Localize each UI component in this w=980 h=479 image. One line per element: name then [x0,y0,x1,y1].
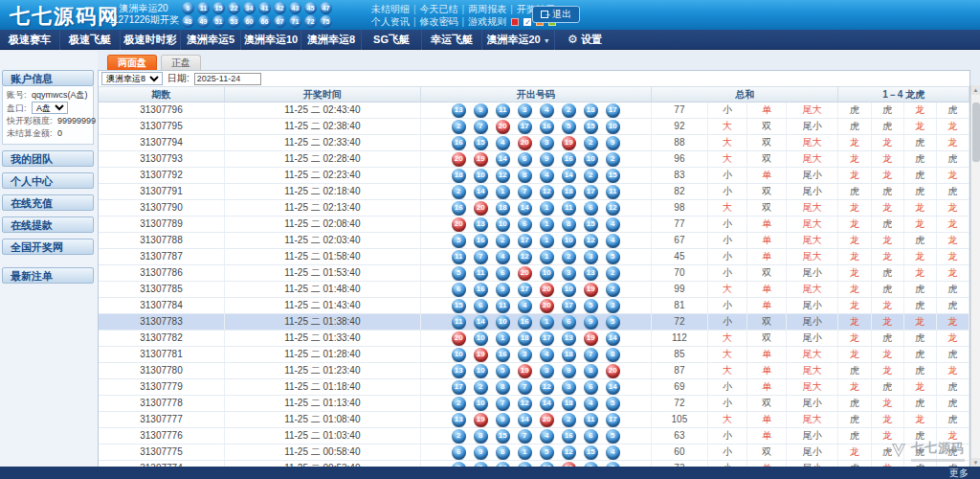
result-ball: 7 [584,348,598,362]
header-ball: 34 [243,2,256,14]
sidebar-item[interactable]: 个人中心 [2,172,94,189]
table-row[interactable]: 3130778011-25 二 01:23:4013105193982087大单… [99,363,969,379]
top-link[interactable]: 修改密码 [420,15,458,28]
nav-item[interactable]: 幸运飞艇 [422,30,482,50]
sidebar-item[interactable]: 我的团队 [2,150,94,167]
sidebar-item[interactable]: 全国开奖网 [2,239,94,255]
result-ball: 3 [540,136,554,150]
table-row[interactable]: 3130778111-25 二 01:28:4010191634187885大单… [99,347,969,363]
result-ball: 2 [584,169,598,183]
panel-select[interactable]: A盘 [32,102,68,114]
sidebar-account-header[interactable]: 账户信息 [2,70,94,86]
result-ball: 11 [452,315,466,330]
result-ball: 4 [518,299,532,313]
table-row[interactable]: 3130779311-25 二 02:28:40201914691610296大… [99,151,969,168]
table-row[interactable]: 3130779511-25 二 02:38:40272017165151092大… [99,119,969,135]
period-cell: 31307791 [99,184,225,199]
big-small-cell: 小 [708,396,747,411]
table-row[interactable]: 3130777811-25 二 01:13:4021071214184572小双… [99,396,969,412]
table-row[interactable]: 3130778211-25 二 01:33:402010118171319141… [99,331,969,347]
tab-normal-board[interactable]: 正盘 [161,55,201,70]
table-row[interactable]: 3130779211-25 二 02:23:40181012841421583小… [99,168,969,184]
legend-checkbox-icon[interactable]: ✓ [523,18,531,26]
nav-item[interactable]: 极速飞艇 [60,30,121,50]
legend-color-square [511,18,519,26]
top-link[interactable]: 未结明细 [371,3,410,15]
dragon-tiger-cell: 虎 [904,282,937,297]
top-link[interactable]: 两周报表 [468,3,506,15]
result-ball: 7 [518,185,532,199]
tail-cell: 尾小 [787,298,839,313]
result-ball: 3 [540,364,554,378]
table-row[interactable]: 3130779111-25 二 02:18:40214171218171182小… [99,184,969,200]
draw-time-cell: 11-25 二 01:48:40 [225,282,421,297]
result-ball: 11 [562,201,576,216]
result-ball: 2 [562,250,576,264]
result-ball: 12 [606,201,620,216]
header-ball: 6 [182,2,194,14]
table-row[interactable]: 3130778611-25 二 01:53:4051162010313270小双… [99,265,969,282]
sidebar-item[interactable]: 在线充值 [2,194,94,211]
sum-cell: 60 [652,445,708,460]
table-row[interactable]: 3130778411-25 二 01:43:4015611420175381小单… [99,298,969,314]
top-link[interactable]: 游戏规则 [468,15,506,28]
nav-settings[interactable]: ⚙ 设置 [555,30,614,50]
nav-item[interactable]: 澳洲幸运10 [241,30,301,50]
nav-item[interactable]: SG飞艇 [362,30,422,50]
result-ball: 20 [518,266,532,281]
scroll-up-arrow-icon[interactable]: ▲ [971,85,980,95]
nav-item[interactable]: 澳洲幸运8 [301,30,362,50]
scrollbar-thumb[interactable] [972,103,980,162]
top-link[interactable]: 今天已结 [420,3,458,15]
table-row[interactable]: 3130778711-25 二 01:58:40117412123545小单尾大… [99,249,969,265]
nav-item[interactable]: 澳洲幸运5 [181,30,241,50]
period-label: 11271226期开奖 [108,14,179,26]
table-row[interactable]: 3130778311-25 二 01:38:4011141016169572小双… [99,314,969,331]
table-row[interactable]: 3130778511-25 二 01:48:40616917201019299大… [99,282,969,298]
table-header: 期数 开奖时间 开出号码 总和 1－4 龙虎 [99,87,969,103]
odd-even-cell: 单 [747,168,787,183]
lottery-select[interactable]: 澳洲幸运8 [101,72,163,85]
date-input[interactable] [194,73,261,85]
table-row[interactable]: 3130779411-25 二 02:33:4016154203192988大双… [99,135,969,151]
result-ball: 12 [540,380,554,395]
dragon-tiger-cell: 虎 [872,119,904,134]
more-link[interactable]: 更多 [949,467,969,479]
dragon-tiger-cell: 龙 [937,200,969,216]
table-row[interactable]: 3130778911-25 二 02:08:4020131061815477小单… [99,217,969,233]
tail-cell: 尾大 [787,363,839,378]
top-link[interactable]: 个人资讯 [371,15,410,28]
dragon-tiger-cell: 龙 [904,103,937,118]
dragon-tiger-cell: 虎 [937,396,969,411]
table-row[interactable]: 3130779611-25 二 02:43:4013911342181777小单… [99,103,969,119]
nav-item[interactable]: 极速时时彩 [121,30,181,50]
table-row[interactable]: 3130778811-25 二 02:03:4051621711012467小单… [99,233,969,249]
tab-two-side-board[interactable]: 两面盘 [107,55,157,70]
result-ball: 4 [584,397,598,411]
result-ball: 15 [496,429,510,444]
sidebar-item[interactable]: 在线提款 [2,217,94,233]
table-row[interactable]: 3130777911-25 二 01:18:401728712361469小单尾… [99,379,969,396]
logout-button[interactable]: 退出 [532,6,580,23]
draw-time-cell: 11-25 二 01:53:40 [225,265,421,281]
result-ball: 1 [496,331,510,346]
draw-numbers-cell: 139113421817 [421,103,652,118]
result-ball: 16 [452,136,466,150]
table-row[interactable]: 3130777611-25 二 01:03:40281574166563小单尾小… [99,428,969,445]
period-cell: 31307792 [99,168,225,183]
nav-item[interactable]: 极速赛车 [0,30,60,50]
draw-time-cell: 11-25 二 02:23:40 [225,168,421,183]
table-row[interactable]: 3130779011-25 二 02:13:401620181411161298… [99,200,969,217]
table-row[interactable]: 3130777511-25 二 00:58:40698151215460小双尾小… [99,445,969,461]
main-nav: 极速赛车极速飞艇极速时时彩澳洲幸运5澳洲幸运10澳洲幸运8SG飞艇幸运飞艇 澳洲… [0,30,980,50]
result-ball: 14 [540,397,554,411]
big-small-cell: 大 [708,331,747,346]
odd-even-cell: 单 [747,428,787,444]
big-small-cell: 大 [708,282,747,297]
nav-item-active-game[interactable]: 澳洲幸运20▼ [482,30,555,50]
table-row[interactable]: 3130777711-25 二 01:08:401319914202111710… [99,412,969,428]
result-ball: 19 [474,348,488,362]
vertical-scrollbar[interactable]: ▲ ▼ [970,85,980,468]
result-ball: 14 [562,169,576,183]
sidebar-item[interactable]: 最新注单 [2,267,94,284]
